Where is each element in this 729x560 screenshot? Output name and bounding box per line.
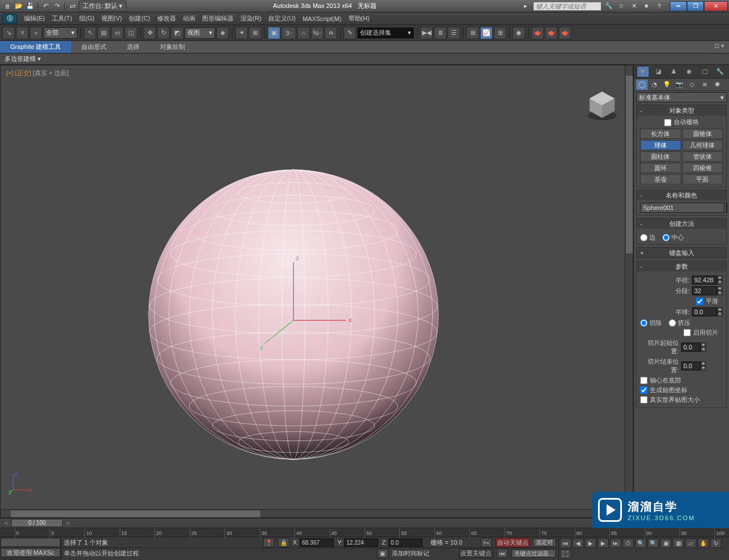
qat-open-icon[interactable]: 📂 [14, 2, 24, 11]
ribbon-tab-graphite[interactable]: Graphite 建模工具 [0, 41, 71, 53]
key-mode-icon[interactable]: 🗝 [481, 538, 492, 547]
qat-save-icon[interactable]: 💾 [25, 2, 35, 11]
window-crossing-icon[interactable]: ◫ [125, 27, 137, 39]
maximize-button[interactable]: ❐ [687, 1, 704, 11]
select-link-icon[interactable]: ↘ [2, 27, 15, 39]
app-menu-icon[interactable]: Ⓢ [2, 14, 17, 24]
use-pivot-center-icon[interactable]: ◈ [216, 27, 229, 39]
coord-x-input[interactable] [300, 538, 334, 547]
qat-new-icon[interactable]: 🗎 [2, 2, 13, 11]
close-button[interactable]: ✕ [704, 1, 728, 11]
lock-selection-icon[interactable]: 📍 [263, 538, 275, 547]
create-panel-tab[interactable]: ✳ [637, 66, 649, 77]
menu-grapheditors[interactable]: 图形编辑器 [199, 13, 237, 24]
coord-z-input[interactable] [388, 538, 423, 547]
rendered-frame-icon[interactable]: 🫖 [545, 27, 558, 39]
maximize-viewport-icon[interactable]: ⛶ [560, 549, 571, 559]
named-selection-dropdown[interactable]: 创建选择集▾ [357, 27, 414, 39]
selection-lock-icon[interactable]: 🔒 [278, 538, 289, 547]
help-icon[interactable]: ? [654, 2, 664, 11]
viewport[interactable]: [+] [正交] [真实 + 边面] [0, 65, 633, 518]
signin-icon[interactable]: ☆ [616, 2, 626, 11]
object-name-input[interactable] [640, 203, 724, 213]
unlink-icon[interactable]: ⤫ [16, 27, 28, 39]
view-cube[interactable] [585, 88, 619, 122]
ribbon-tab-selection[interactable]: 选择 [117, 41, 150, 53]
menu-help[interactable]: 帮助(H) [345, 13, 373, 24]
qat-undo-icon[interactable]: ↶ [40, 2, 51, 11]
object-type-rollout-header[interactable]: 对象类型 [637, 105, 726, 116]
real-world-checkbox[interactable] [640, 396, 648, 403]
spacewarps-tab-icon[interactable]: ≋ [699, 80, 710, 90]
align-icon[interactable]: ≣ [434, 27, 447, 39]
obj-cylinder[interactable]: 圆柱体 [640, 151, 681, 162]
render-setup-icon[interactable]: 🫖 [531, 27, 544, 39]
favorite-icon[interactable]: ★ [641, 2, 652, 11]
mirror-icon[interactable]: ▶◀ [420, 27, 433, 39]
menu-animation[interactable]: 动画 [179, 13, 199, 24]
reference-coord-dropdown[interactable]: 视图▾ [185, 27, 215, 39]
obj-teapot[interactable]: 茶壶 [640, 174, 681, 184]
obj-torus[interactable]: 圆环 [640, 163, 681, 173]
generate-uv-checkbox[interactable] [640, 386, 648, 394]
radius-spinner[interactable]: ▲▼ [692, 275, 723, 285]
qat-redo-icon[interactable]: ↷ [52, 2, 62, 11]
segments-spinner[interactable]: ▲▼ [692, 286, 723, 295]
object-color-swatch[interactable] [726, 203, 727, 213]
ribbon-collapse-icon[interactable]: ⊡ ▾ [710, 41, 729, 53]
viewport-scroll-v[interactable] [625, 65, 633, 509]
time-config-icon[interactable]: ⏱ [622, 538, 634, 548]
menu-group[interactable]: 组(G) [76, 13, 98, 24]
hemisphere-spinner[interactable]: ▲▼ [692, 307, 723, 316]
obj-geosphere[interactable]: 几何球体 [682, 140, 723, 150]
selection-filter-dropdown[interactable]: 全部▾ [43, 27, 77, 39]
goto-start-icon[interactable]: ⏮ [560, 538, 571, 548]
infocenter-icon[interactable]: 🔧 [604, 2, 614, 11]
select-object-icon[interactable]: ↖ [84, 27, 96, 39]
pan-icon[interactable]: ✋ [698, 538, 709, 548]
zoom-icon[interactable]: 🔍 [635, 538, 646, 548]
isolate-icon[interactable]: ▣ [377, 549, 388, 558]
select-region-rect-icon[interactable]: ▭ [111, 27, 124, 39]
modify-panel-tab[interactable]: ◪ [652, 66, 665, 77]
schematic-view-icon[interactable]: ⊞ [494, 27, 506, 39]
time-slider-handle[interactable]: 0 / 100 [11, 519, 63, 527]
menu-edit[interactable]: 编辑(E) [21, 13, 48, 24]
motion-panel-tab[interactable]: ◉ [683, 66, 695, 77]
ribbon-tab-freeform[interactable]: 自由形式 [71, 41, 117, 53]
shapes-tab-icon[interactable]: ◔ [649, 80, 660, 90]
viewport-scroll-h[interactable] [1, 509, 625, 517]
prev-frame-icon[interactable]: ◀ [572, 538, 584, 548]
keyboard-entry-rollout-header[interactable]: 键盘输入 [637, 248, 726, 258]
select-move-icon[interactable]: ✥ [144, 27, 156, 39]
utilities-panel-tab[interactable]: 🔧 [714, 66, 726, 77]
ribbon-tab-paint[interactable]: 对象绘制 [150, 41, 195, 53]
minimize-button[interactable]: ━ [670, 1, 687, 11]
goto-end-icon[interactable]: ⏭ [610, 538, 621, 548]
creation-edge-radio[interactable]: 边 [640, 233, 656, 242]
menu-maxscript[interactable]: MAXScript(M) [299, 14, 345, 23]
timeline-ruler[interactable]: 0510152025303540455055606570758085909510… [0, 528, 729, 538]
obj-pyramid[interactable]: 四棱锥 [682, 163, 723, 173]
workspace-dropdown[interactable]: 工作台: 默认 ▾ [79, 1, 126, 11]
spinner-snap-icon[interactable]: %∩ [311, 27, 323, 39]
auto-grid-checkbox[interactable] [664, 119, 671, 126]
display-panel-tab[interactable]: 🖵 [698, 66, 711, 77]
base-pivot-checkbox[interactable] [640, 377, 648, 384]
creation-method-rollout-header[interactable]: 创建方法 [637, 219, 726, 229]
obj-sphere[interactable]: 球体 [640, 140, 681, 150]
layer-manager-icon[interactable]: ☰ [448, 27, 460, 39]
menu-modifiers[interactable]: 修改器 [154, 13, 179, 24]
chop-radio[interactable]: 切除 [640, 319, 662, 327]
bind-space-warp-icon[interactable]: ≈ [30, 27, 42, 39]
play-icon[interactable]: ▶ [585, 538, 596, 548]
edit-named-sel-icon[interactable]: ✎ [343, 27, 356, 39]
select-scale-icon[interactable]: ◩ [171, 27, 183, 39]
geometry-tab-icon[interactable]: ◯ [636, 80, 648, 90]
cameras-tab-icon[interactable]: 📷 [674, 80, 685, 90]
orbit-icon[interactable]: ↻ [710, 538, 722, 548]
name-color-rollout-header[interactable]: 名称和颜色 [637, 190, 726, 200]
obj-tube[interactable]: 管状体 [682, 151, 723, 162]
key-filters-selected[interactable]: 选定对 [533, 538, 556, 547]
qat-link-icon[interactable]: ⮂ [67, 2, 77, 11]
